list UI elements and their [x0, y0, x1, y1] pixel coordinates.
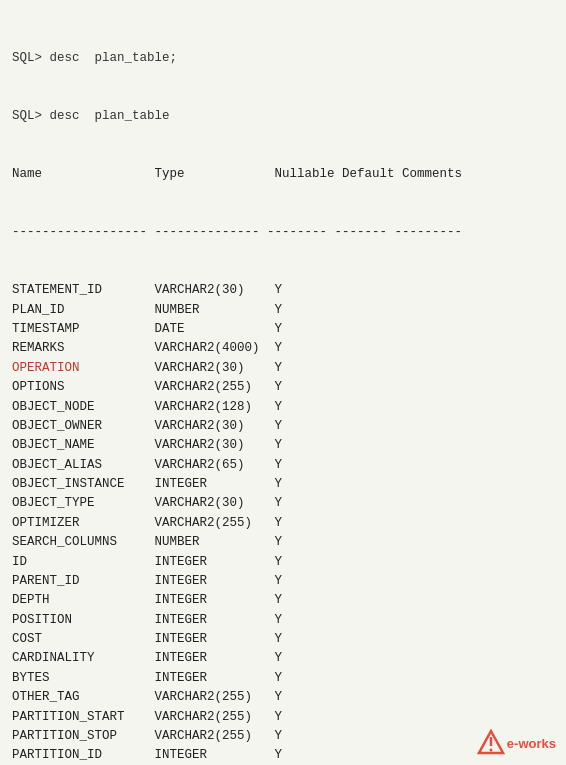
table-row: REMARKS VARCHAR2(4000) Y	[12, 339, 554, 358]
table-row: BYTES INTEGER Y	[12, 669, 554, 688]
table-row: CARDINALITY INTEGER Y	[12, 649, 554, 668]
table-row: POSITION INTEGER Y	[12, 611, 554, 630]
terminal-output: SQL> desc plan_table; SQL> desc plan_tab…	[0, 0, 566, 765]
table-body: STATEMENT_ID VARCHAR2(30) YPLAN_ID NUMBE…	[12, 281, 554, 765]
table-row: OPERATION VARCHAR2(30) Y	[12, 359, 554, 378]
table-row: OTHER_TAG VARCHAR2(255) Y	[12, 688, 554, 707]
watermark-logo-icon	[477, 729, 505, 757]
table-row: TIMESTAMP DATE Y	[12, 320, 554, 339]
table-row: DEPTH INTEGER Y	[12, 591, 554, 610]
table-row: PARTITION_START VARCHAR2(255) Y	[12, 708, 554, 727]
table-row: OBJECT_NAME VARCHAR2(30) Y	[12, 436, 554, 455]
table-row: STATEMENT_ID VARCHAR2(30) Y	[12, 281, 554, 300]
table-row: COST INTEGER Y	[12, 630, 554, 649]
table-separator: ------------------ -------------- ------…	[12, 223, 554, 242]
table-row: PARTITION_ID INTEGER Y	[12, 746, 554, 765]
table-row: OBJECT_OWNER VARCHAR2(30) Y	[12, 417, 554, 436]
table-row: OBJECT_ALIAS VARCHAR2(65) Y	[12, 456, 554, 475]
table-row: PARTITION_STOP VARCHAR2(255) Y	[12, 727, 554, 746]
table-row: SEARCH_COLUMNS NUMBER Y	[12, 533, 554, 552]
svg-point-2	[489, 749, 492, 752]
table-header: Name Type Nullable Default Comments	[12, 165, 554, 184]
table-row: OPTIONS VARCHAR2(255) Y	[12, 378, 554, 397]
table-row: OBJECT_TYPE VARCHAR2(30) Y	[12, 494, 554, 513]
watermark-text: e-works	[507, 736, 556, 751]
watermark: e-works	[477, 729, 556, 757]
table-row: PLAN_ID NUMBER Y	[12, 301, 554, 320]
table-row: PARENT_ID INTEGER Y	[12, 572, 554, 591]
table-row: ID INTEGER Y	[12, 553, 554, 572]
table-row: OBJECT_NODE VARCHAR2(128) Y	[12, 398, 554, 417]
command-line-1: SQL> desc plan_table;	[12, 49, 554, 68]
command-line-2: SQL> desc plan_table	[12, 107, 554, 126]
table-row: OPTIMIZER VARCHAR2(255) Y	[12, 514, 554, 533]
table-row: OBJECT_INSTANCE INTEGER Y	[12, 475, 554, 494]
